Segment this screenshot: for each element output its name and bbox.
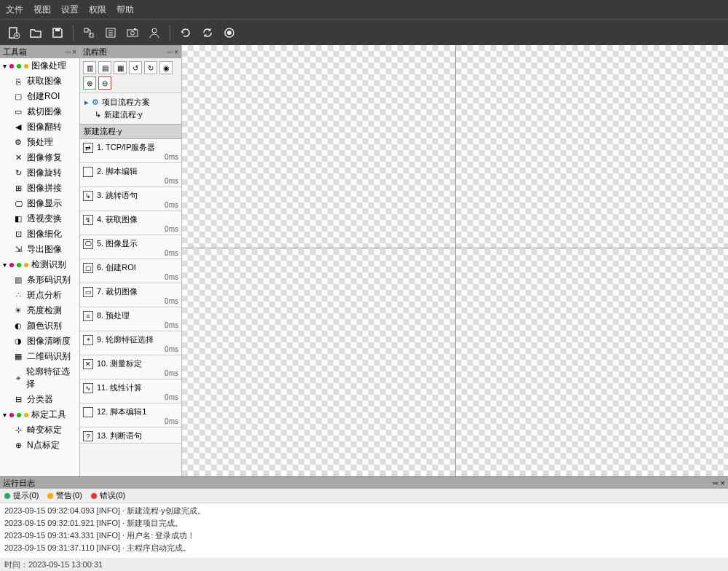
flow-step[interactable]: ?13. 判断语句 <box>80 428 181 444</box>
flow-icon[interactable] <box>79 23 98 42</box>
toolbox-item[interactable]: ⚙预处理 <box>0 135 79 150</box>
step-icon: ✕ <box>83 359 93 369</box>
flow-step[interactable]: 12. 脚本编辑10ms <box>80 403 181 428</box>
camera-icon[interactable] <box>123 23 142 42</box>
flow-btn-2[interactable]: ▤ <box>98 61 111 74</box>
toolbox-item[interactable]: ◐颜色识别 <box>0 318 79 334</box>
tool-label: 图像清晰度 <box>27 335 71 347</box>
panel-collapse-icon[interactable]: ▫▫ <box>167 48 173 56</box>
flow-btn-5[interactable]: ↻ <box>144 61 157 74</box>
toolbox-item[interactable]: ⎘获取图像 <box>0 74 79 89</box>
step-label: 6. 创建ROI <box>97 262 136 273</box>
svg-point-11 <box>227 31 232 35</box>
toolbox-item[interactable]: ∴斑点分析 <box>0 288 79 303</box>
toolbox-group[interactable]: ▾检测识别 <box>0 257 79 272</box>
settings-icon[interactable] <box>101 23 120 42</box>
toolbox-item[interactable]: ▭裁切图像 <box>0 104 79 119</box>
menu-settings[interactable]: 设置 <box>61 4 79 16</box>
panel-collapse-icon[interactable]: ▫▫ <box>66 48 71 56</box>
flow-step[interactable]: ↯4. 获取图像0ms <box>80 211 181 235</box>
step-label: 5. 图像显示 <box>97 238 138 249</box>
flow-tree: ▸⚙项目流程方案 ↳新建流程·y <box>80 93 181 124</box>
toolbox-item[interactable]: ✕图像修复 <box>0 150 79 165</box>
panel-collapse-icon[interactable]: ▫▫ <box>713 479 719 487</box>
toolbox-item[interactable]: ▢创建ROI <box>0 89 79 104</box>
menu-file[interactable]: 文件 <box>6 4 23 16</box>
toolbox-item[interactable]: ◑图像清晰度 <box>0 334 79 349</box>
toolbox-item[interactable]: ◧透视变换 <box>0 211 79 227</box>
flow-step[interactable]: ↳3. 跳转语句0ms <box>80 187 181 211</box>
flow-step[interactable]: ▢6. 创建ROI0ms <box>80 259 181 283</box>
toolbox-item[interactable]: ↻图像旋转 <box>0 165 79 181</box>
log-tab-label: 错误(0) <box>100 490 125 501</box>
flow-step[interactable]: ≡8. 预处理0ms <box>80 307 181 331</box>
log-row: 2023-09-15 09:32:04.093 [INFO] · 新建流程·y创… <box>4 505 724 517</box>
svg-rect-2 <box>55 28 60 31</box>
tree-child[interactable]: ↳新建流程·y <box>84 109 177 121</box>
flow-btn-4[interactable]: ↺ <box>129 61 142 74</box>
flow-btn-6[interactable]: ◉ <box>159 61 173 74</box>
tree-root[interactable]: ▸⚙项目流程方案 <box>84 96 177 109</box>
tool-icon: 🖵 <box>13 199 23 209</box>
step-label: 13. 判断语句 <box>97 430 142 441</box>
tool-label: 图像翻转 <box>27 121 62 133</box>
log-tab[interactable]: 警告(0) <box>47 490 82 501</box>
flow-btn-add[interactable]: ⊕ <box>83 76 96 90</box>
toolbox-item[interactable]: ☀亮度检测 <box>0 303 79 318</box>
flow-step[interactable]: 🖵5. 图像显示0ms <box>80 235 181 259</box>
log-row: 2023-09-15 09:32:01.921 [INFO] · 新建项目完成。 <box>4 517 724 529</box>
toolbox-item[interactable]: ⊡图像细化 <box>0 227 79 242</box>
flow-toolbar: ▥ ▤ ▦ ↺ ↻ ◉ ⊕ ⊖ <box>80 58 181 93</box>
toolbox-item[interactable]: ⇲导出图像 <box>0 242 79 257</box>
tool-icon: ⊕ <box>13 441 23 451</box>
toolbox-item[interactable]: ▥条形码识别 <box>0 272 79 288</box>
panel-close-icon[interactable]: × <box>721 479 725 487</box>
new-file-icon[interactable] <box>4 23 23 42</box>
tool-icon: ⊹ <box>13 425 23 436</box>
flow-btn-3[interactable]: ▦ <box>114 61 127 74</box>
toolbox-item[interactable]: ⌖轮廓特征选择 <box>0 364 79 392</box>
toolbox-item[interactable]: ⊟分类器 <box>0 392 79 407</box>
step-time: 0ms <box>83 225 178 233</box>
refresh-icon[interactable] <box>198 23 217 42</box>
log-tab[interactable]: 提示(0) <box>4 490 39 501</box>
menu-view[interactable]: 视图 <box>33 4 51 16</box>
flow-btn-1[interactable]: ▥ <box>83 61 96 74</box>
menu-help[interactable]: 帮助 <box>116 4 134 16</box>
log-tab[interactable]: 错误(0) <box>91 490 125 501</box>
toolbox-group[interactable]: ▾标定工具 <box>0 407 79 422</box>
svg-rect-8 <box>134 28 136 30</box>
toolbox-item[interactable]: ▦二维码识别 <box>0 349 79 364</box>
toolbox-item[interactable]: ⊹畸变标定 <box>0 422 79 438</box>
panel-close-icon[interactable]: × <box>174 48 178 56</box>
step-icon: ⇄ <box>83 143 93 153</box>
step-time: 0ms <box>83 153 178 161</box>
flow-step[interactable]: ⇄1. TCP/IP服务器0ms <box>80 139 181 163</box>
flow-step[interactable]: 2. 脚本编辑0ms <box>80 163 181 187</box>
save-icon[interactable] <box>48 23 67 42</box>
flow-step[interactable]: ▭7. 裁切图像0ms <box>80 283 181 307</box>
toolbox-item[interactable]: ⊞图像拼接 <box>0 181 79 196</box>
toolbox-group[interactable]: ▾图像处理 <box>0 58 79 74</box>
tool-label: 条形码识别 <box>27 274 71 286</box>
toolbox-item[interactable]: 🖵图像显示 <box>0 196 79 211</box>
step-time: 0ms <box>83 249 178 257</box>
flow-btn-del[interactable]: ⊖ <box>98 76 111 90</box>
open-folder-icon[interactable] <box>26 23 45 42</box>
toolbox-item[interactable]: ⊕N点标定 <box>0 438 79 453</box>
toolbox-item[interactable]: ◀图像翻转 <box>0 119 79 135</box>
step-label: 7. 裁切图像 <box>97 286 138 297</box>
menu-auth[interactable]: 权限 <box>89 4 106 16</box>
flow-step[interactable]: ⌖9. 轮廓特征选择0ms <box>80 331 181 355</box>
flow-step[interactable]: ✕10. 测量标定0ms <box>80 355 181 379</box>
panel-close-icon[interactable]: × <box>72 48 76 56</box>
tool-icon: ⎘ <box>13 76 23 87</box>
record-icon[interactable] <box>220 23 239 42</box>
flow-title: 流程图 <box>83 47 107 58</box>
rotate-ccw-icon[interactable] <box>176 23 195 42</box>
svg-rect-6 <box>127 30 138 36</box>
canvas-area[interactable] <box>182 45 728 476</box>
flow-step[interactable]: ∿11. 线性计算0ms <box>80 379 181 403</box>
user-icon[interactable] <box>145 23 164 42</box>
tool-label: 图像细化 <box>27 228 62 240</box>
